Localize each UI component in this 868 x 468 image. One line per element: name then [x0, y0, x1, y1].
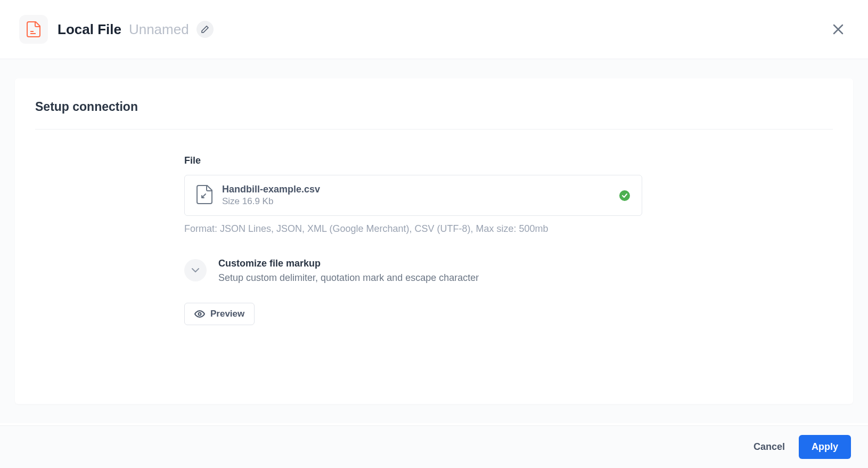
file-name: Handbill-example.csv [222, 184, 610, 195]
page-subtitle: Unnamed [129, 21, 189, 38]
header: Local File Unnamed [0, 0, 868, 59]
setup-card: Setup connection File Handbill-example.c… [15, 78, 853, 404]
pencil-icon [201, 26, 209, 33]
file-input-box[interactable]: Handbill-example.csv Size 16.9 Kb [184, 175, 642, 216]
file-field-label: File [184, 155, 642, 166]
footer: Cancel Apply [0, 425, 868, 468]
header-left-group: Local File Unnamed [19, 15, 214, 44]
customize-text-group: Customize file markup Setup custom delim… [218, 258, 642, 284]
eye-icon [194, 310, 205, 318]
file-box-text: Handbill-example.csv Size 16.9 Kb [222, 184, 610, 207]
file-icon [27, 21, 40, 37]
edit-title-button[interactable] [196, 21, 214, 38]
preview-button[interactable]: Preview [184, 303, 255, 325]
section-title: Setup connection [35, 100, 833, 114]
close-icon [832, 23, 844, 35]
body-area: Setup connection File Handbill-example.c… [0, 59, 868, 423]
local-file-logo [19, 15, 48, 44]
expand-customize-button[interactable] [184, 259, 207, 281]
customize-row: Customize file markup Setup custom delim… [184, 258, 642, 284]
file-doc-icon [196, 185, 212, 206]
check-icon [619, 190, 630, 201]
svg-point-1 [199, 313, 201, 316]
preview-button-label: Preview [210, 309, 244, 319]
customize-description: Setup custom delimiter, quotation mark a… [218, 272, 642, 284]
chevron-down-icon [192, 268, 199, 272]
divider [35, 129, 833, 130]
cancel-button[interactable]: Cancel [754, 441, 785, 453]
page-title: Local File [58, 21, 121, 38]
file-size: Size 16.9 Kb [222, 196, 610, 207]
close-button[interactable] [828, 19, 849, 40]
title-group: Local File Unnamed [58, 21, 214, 38]
apply-button[interactable]: Apply [799, 435, 851, 459]
content-inner: File Handbill-example.csv Size 16.9 Kb [184, 155, 642, 325]
format-hint: Format: JSON Lines, JSON, XML (Google Me… [184, 223, 642, 235]
customize-title: Customize file markup [218, 258, 642, 269]
